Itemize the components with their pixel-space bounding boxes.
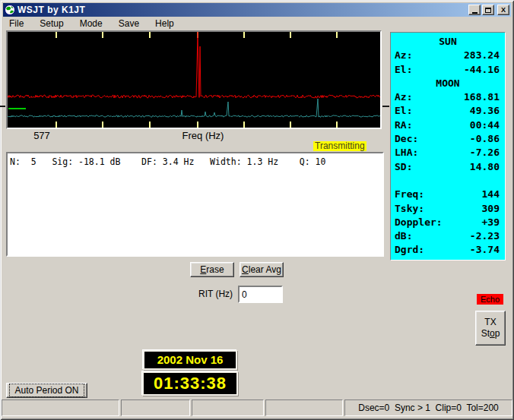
erase-button[interactable]: Erase <box>190 262 234 277</box>
moon-el-row: El:49.36 <box>391 104 505 118</box>
tx-stop-line2: Stop <box>481 328 500 339</box>
rit-label: RIT (Hz) <box>198 289 233 299</box>
menu-setup[interactable]: Setup <box>37 18 65 29</box>
menu-bar: File Setup Mode Save Help <box>3 17 511 30</box>
right-axis-tick <box>382 106 389 107</box>
date-display: 2002 Nov 16 <box>143 350 237 370</box>
tx-stop-button[interactable]: TX Stop <box>475 311 506 346</box>
decode-text-panel[interactable]: N: 5 Sig: -18.1 dB DF: 3.4 Hz Width: 1.3… <box>6 152 384 257</box>
app-window: WSJT by K1JT X File Setup Mode Save Help… <box>0 0 514 420</box>
echo-status-badge: Echo <box>477 294 503 305</box>
menu-save[interactable]: Save <box>116 18 141 29</box>
sun-section-header: SUN <box>391 35 505 49</box>
status-panel-settings: Dsec=0 Sync > 1 Clip=0 Tol=200 <box>344 399 512 416</box>
moon-az-row: Az:168.81 <box>391 90 505 104</box>
sun-az-row: Az:283.24 <box>391 49 505 62</box>
freq-row: Freq:144 <box>391 188 505 201</box>
tx-stop-line1: TX <box>484 317 496 328</box>
rit-input[interactable] <box>238 286 283 303</box>
app-globe-icon <box>5 5 15 15</box>
freq-axis-label: Freq (Hz) <box>165 130 241 141</box>
maximize-button[interactable] <box>482 5 494 15</box>
moon-dec-row: Dec:-0.86 <box>391 132 505 146</box>
minimize-icon <box>472 12 478 14</box>
minimize-button[interactable] <box>468 5 481 15</box>
maximize-icon <box>485 8 491 13</box>
close-icon: X <box>501 7 506 14</box>
spectrum-display[interactable] <box>6 30 382 129</box>
tsky-row: Tsky:309 <box>391 202 505 216</box>
menu-file[interactable]: File <box>7 18 26 29</box>
time-display: 01:33:38 <box>142 371 238 396</box>
status-panel-3 <box>192 399 264 416</box>
doppler-row: Doppler:+39 <box>391 216 505 229</box>
sun-el-row: El:-44.16 <box>391 63 505 77</box>
decode-result-line: N: 5 Sig: -18.1 dB DF: 3.4 Hz Width: 1.3… <box>8 153 382 167</box>
auto-period-button[interactable]: Auto Period ON <box>6 383 87 398</box>
status-panel-2 <box>121 399 190 416</box>
moon-ra-row: RA:00:44 <box>391 118 505 132</box>
spectrum-plot <box>8 32 380 128</box>
left-axis-tick <box>0 106 5 107</box>
db-row: dB:-2.23 <box>391 229 505 243</box>
dgrd-row: Dgrd:-3.74 <box>391 243 505 257</box>
status-panel-4 <box>265 399 343 416</box>
menu-mode[interactable]: Mode <box>78 18 105 29</box>
freq-start-label: 577 <box>27 130 57 141</box>
spacer-row <box>391 174 505 188</box>
close-button[interactable]: X <box>497 5 509 15</box>
astro-data-panel: SUN Az:283.24 El:-44.16 MOON Az:168.81 E… <box>390 32 506 261</box>
title-bar[interactable]: WSJT by K1JT X <box>3 3 511 17</box>
transmitting-status-badge: Transmitting <box>313 141 366 151</box>
moon-lha-row: LHA:-7.26 <box>391 146 505 159</box>
window-title: WSJT by K1JT <box>17 5 85 15</box>
menu-help[interactable]: Help <box>153 18 176 29</box>
status-panel-1 <box>2 399 119 416</box>
auto-period-label: Auto Period ON <box>10 384 83 396</box>
moon-section-header: MOON <box>391 77 505 90</box>
moon-sd-row: SD:14.80 <box>391 160 505 174</box>
clear-avg-button[interactable]: Clear Avg <box>240 262 284 277</box>
